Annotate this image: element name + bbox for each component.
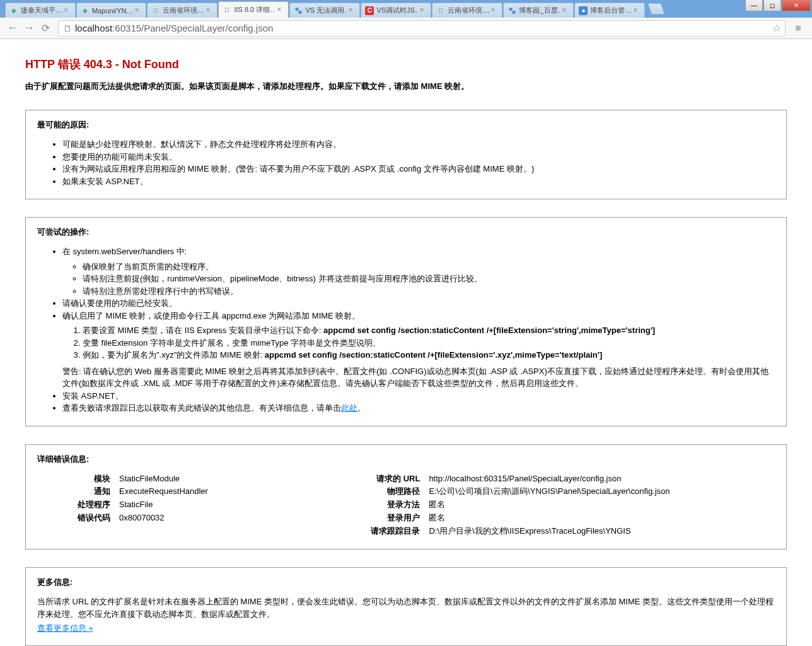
detail-label: 错误代码 <box>37 512 119 525</box>
tab-favicon-icon: 🗋 <box>436 6 445 15</box>
details-link[interactable]: 此处 <box>341 403 357 413</box>
error-details-section: 详细错误信息: 模块StaticFileModule通知ExecuteReque… <box>25 444 787 550</box>
tab-favicon-icon: 🐾 <box>294 6 303 15</box>
likely-causes-section: 最可能的原因: 可能是缺少处理程序映射。默认情况下，静态文件处理程序将处理所有内… <box>25 110 787 199</box>
tab-close-icon[interactable]: × <box>419 7 427 15</box>
list-item: 确认启用了 MIME 映射，或使用命令行工具 appcmd.exe 为网站添加 … <box>62 310 775 390</box>
tab-close-icon[interactable]: × <box>64 7 71 15</box>
page-content: HTTP 错误 404.3 - Not Found 由于扩展配置问题而无法提供您… <box>0 39 812 646</box>
detail-row: 通知ExecuteRequestHandler <box>37 485 347 498</box>
site-info-icon[interactable]: 🗋 <box>62 23 72 33</box>
detail-label: 请求的 URL <box>347 473 429 486</box>
browser-tab[interactable]: 🗋云南省环境…× <box>432 3 502 18</box>
command-text: appcmd set config /section:staticContent… <box>323 326 655 335</box>
window-maximize-button[interactable]: ◻ <box>763 0 781 11</box>
more-info-link[interactable]: 查看更多信息 » <box>37 623 93 633</box>
reload-button[interactable]: ⟳ <box>38 21 53 36</box>
detail-value: ExecuteRequestHandler <box>119 485 347 498</box>
forward-button[interactable]: → <box>21 21 37 36</box>
list-item: 变量 fileExtension 字符串是文件扩展名，变量 mimeType 字… <box>83 337 775 349</box>
back-button[interactable]: ← <box>5 21 20 36</box>
browser-tab[interactable]: 🗋云南省环境…× <box>147 3 218 18</box>
tab-close-icon[interactable]: × <box>490 7 498 15</box>
browser-tab-strip: ◆捷泰天域平…×◆Mapuni/YN…×🗋云南省环境…×🗋IIS 8.0 详细…… <box>0 0 812 18</box>
section-heading: 更多信息: <box>37 577 775 588</box>
detail-label: 登录方法 <box>347 498 429 512</box>
tab-close-icon[interactable]: × <box>206 7 213 15</box>
new-tab-button[interactable] <box>647 3 666 15</box>
browser-tab[interactable]: CVS调试时JS…× <box>361 3 431 18</box>
detail-row: 请求跟踪目录D:\用户目录\我的文档\IISExpress\TraceLogFi… <box>347 525 775 538</box>
tab-favicon-icon: 🐾 <box>508 6 516 15</box>
detail-label: 物理路径 <box>347 485 429 498</box>
tab-close-icon[interactable]: × <box>562 7 569 15</box>
more-info-text: 当所请求 URL 的文件扩展名是针对未在服务器上配置的 MIME 类型时，便会发… <box>37 596 775 620</box>
error-title: HTTP 错误 404.3 - Not Found <box>25 57 787 72</box>
list-item: 您要使用的功能可能尚未安装。 <box>62 151 775 163</box>
list-item: 安装 ASP.NET。 <box>62 390 775 402</box>
browser-tab[interactable]: 🐾VS 无法调用…× <box>289 3 360 18</box>
tab-title: 博客园_百度… <box>519 6 560 15</box>
section-heading: 详细错误信息: <box>37 454 775 465</box>
detail-value: StaticFileModule <box>119 473 347 486</box>
browser-toolbar: ← → ⟳ 🗋 localhost:60315/Panel/SpecialLay… <box>0 18 812 39</box>
browser-tab[interactable]: 🗋IIS 8.0 详细…× <box>218 1 289 18</box>
tab-favicon-icon: 🗋 <box>223 6 231 15</box>
warning-text: 警告: 请在确认您的 Web 服务器需要此 MIME 映射之后再将其添加到列表中… <box>62 365 775 390</box>
detail-value: http://localhost:60315/Panel/SpecialLaye… <box>429 473 775 486</box>
tab-close-icon[interactable]: × <box>277 6 284 14</box>
detail-value: 匿名 <box>429 512 775 525</box>
browser-tab[interactable]: ●博客后台管…× <box>574 3 645 18</box>
address-bar[interactable]: 🗋 localhost:60315/Panel/SpecialLayer/con… <box>58 20 786 37</box>
list-item: 若要设置 MIME 类型，请在 IIS Express 安装目录中运行以下命令:… <box>83 324 775 337</box>
browser-tab[interactable]: 🐾博客园_百度…× <box>503 3 574 18</box>
tab-title: VS 无法调用… <box>305 6 347 15</box>
tab-title: 博客后台管… <box>590 6 632 15</box>
detail-label: 模块 <box>37 473 119 486</box>
detail-value: StaticFile <box>119 498 347 512</box>
detail-label: 登录用户 <box>347 512 429 525</box>
list-item: 请特别注意前提(例如，runtimeVersion、pipelineMode、b… <box>83 273 775 285</box>
tab-close-icon[interactable]: × <box>348 7 356 15</box>
list-item: 确保映射了当前页所需的处理程序。 <box>83 261 775 273</box>
list-item: 查看失败请求跟踪日志以获取有关此错误的其他信息。有关详细信息，请单击此处。 <box>62 402 775 414</box>
tab-title: 云南省环境… <box>163 6 204 15</box>
tab-title: IIS 8.0 详细… <box>234 5 276 15</box>
url-host: localhost <box>75 23 112 33</box>
tab-favicon-icon: ◆ <box>9 6 18 15</box>
detail-row: 物理路径E:\公司\公司项目\云南\源码\YNGIS\Panel\Special… <box>347 485 775 498</box>
detail-row: 请求的 URLhttp://localhost:60315/Panel/Spec… <box>347 473 775 486</box>
detail-label: 请求跟踪目录 <box>347 525 429 538</box>
tab-close-icon[interactable]: × <box>633 7 641 15</box>
detail-row: 模块StaticFileModule <box>37 473 347 486</box>
tab-favicon-icon: ◆ <box>81 6 90 15</box>
things-to-try-section: 可尝试的操作: 在 system.webServer/handlers 中: 确… <box>25 217 787 426</box>
detail-label: 处理程序 <box>37 498 119 512</box>
detail-value: D:\用户目录\我的文档\IISExpress\TraceLogFiles\YN… <box>429 525 775 538</box>
tab-favicon-icon: ● <box>579 6 588 15</box>
list-item: 在 system.webServer/handlers 中: 确保映射了当前页所… <box>62 245 775 297</box>
tab-title: 云南省环境… <box>448 6 489 15</box>
chrome-menu-button[interactable]: ≡ <box>789 21 807 36</box>
list-item: 请确认要使用的功能已经安装。 <box>62 297 775 310</box>
list-item: 例如，要为扩展名为".xyz"的文件添加 MIME 映射: appcmd set… <box>83 349 775 361</box>
section-heading: 可尝试的操作: <box>37 226 775 238</box>
url-path: :60315/Panel/SpecialLayer/config.json <box>112 23 273 33</box>
window-minimize-button[interactable]: — <box>745 0 763 11</box>
bookmark-star-icon[interactable]: ☆ <box>772 22 781 34</box>
more-info-section: 更多信息: 当所请求 URL 的文件扩展名是针对未在服务器上配置的 MIME 类… <box>25 567 787 646</box>
tab-close-icon[interactable]: × <box>134 7 142 15</box>
detail-row: 处理程序StaticFile <box>37 498 347 512</box>
browser-tab[interactable]: ◆Mapuni/YN…× <box>76 3 146 18</box>
detail-value: E:\公司\公司项目\云南\源码\YNGIS\Panel\SpecialLaye… <box>429 485 775 498</box>
command-text: appcmd set config /section:staticContent… <box>265 350 603 360</box>
error-description: 由于扩展配置问题而无法提供您请求的页面。如果该页面是脚本，请添加处理程序。如果应… <box>25 81 787 92</box>
list-item: 没有为网站或应用程序启用相应的 MIME 映射。(警告: 请不要为用户不应下载的… <box>62 163 775 175</box>
detail-value: 匿名 <box>429 498 775 512</box>
browser-tab[interactable]: ◆捷泰天域平…× <box>5 3 76 18</box>
list-item: 可能是缺少处理程序映射。默认情况下，静态文件处理程序将处理所有内容。 <box>62 138 775 151</box>
tab-title: Mapuni/YN… <box>92 7 133 15</box>
list-item: 请特别注意所需处理程序行中的书写错误。 <box>83 285 775 298</box>
url-text: localhost:60315/Panel/SpecialLayer/confi… <box>75 23 772 33</box>
window-close-button[interactable]: ✕ <box>782 0 811 11</box>
